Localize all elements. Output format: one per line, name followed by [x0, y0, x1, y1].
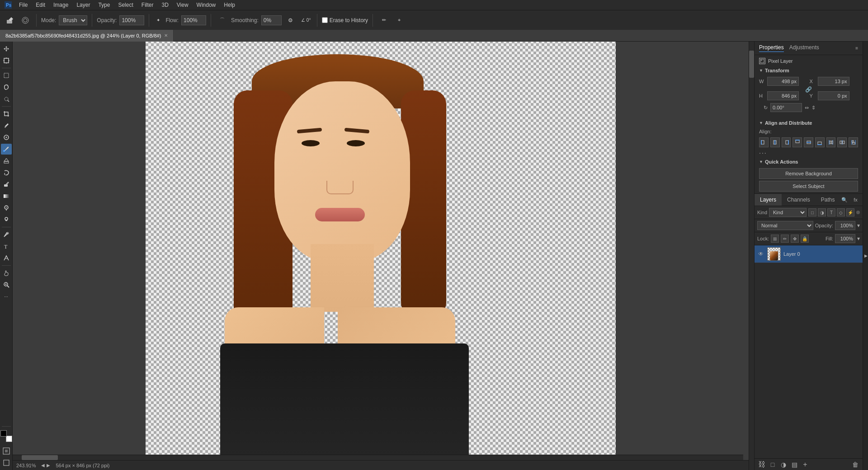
- tab-adjustments[interactable]: Adjustments: [789, 44, 819, 52]
- menu-view[interactable]: View: [173, 1, 192, 9]
- brush-preset-btn[interactable]: [19, 14, 32, 27]
- pen-tool[interactable]: [1, 229, 12, 240]
- erase-history-label[interactable]: Erase to History: [322, 17, 368, 24]
- filter-smart-icon[interactable]: ⚡: [846, 208, 854, 216]
- y-input[interactable]: [818, 91, 849, 100]
- path-select-tool[interactable]: [1, 253, 12, 263]
- document-tab[interactable]: 8a2b6385af57bbc85690fed48431d255.jpg @ 2…: [0, 30, 174, 42]
- canvas-vscroll[interactable]: [749, 42, 754, 470]
- quick-actions-header[interactable]: ▼ Quick Actions: [755, 157, 863, 166]
- flip-h-btn[interactable]: ⇔: [805, 105, 809, 111]
- fill-input[interactable]: [835, 234, 855, 243]
- width-input[interactable]: [767, 77, 799, 86]
- blend-mode-select[interactable]: Normal Multiply Screen Overlay: [757, 221, 813, 230]
- add-adjustment-btn[interactable]: ◑: [779, 460, 788, 469]
- menu-filter[interactable]: Filter: [138, 1, 157, 9]
- lock-artboard-btn[interactable]: ✥: [791, 235, 799, 243]
- extra-tools-btn[interactable]: ···: [1, 291, 12, 302]
- gradient-tool[interactable]: [1, 191, 12, 202]
- color-swatches[interactable]: [0, 430, 12, 442]
- remove-background-btn[interactable]: Remove Background: [759, 168, 858, 179]
- menu-file[interactable]: File: [15, 1, 31, 9]
- angle-btn[interactable]: ∠ 0°: [300, 14, 312, 27]
- menu-type[interactable]: Type: [94, 1, 113, 9]
- filter-text-icon[interactable]: T: [827, 208, 835, 216]
- fill-chevron[interactable]: ▾: [857, 235, 860, 242]
- symmetry-btn[interactable]: ⌖: [393, 14, 406, 27]
- quick-mask-btn[interactable]: [1, 446, 12, 456]
- mode-select[interactable]: Brush Pencil: [59, 15, 87, 25]
- quick-select-tool[interactable]: [1, 94, 12, 104]
- align-right-btn[interactable]: [782, 137, 791, 147]
- heal-tool[interactable]: [1, 132, 12, 143]
- transform-section-header[interactable]: ▼ Transform: [755, 66, 863, 75]
- add-link-btn[interactable]: ⛓: [757, 460, 766, 469]
- delete-layer-btn[interactable]: 🗑: [851, 460, 860, 469]
- flow-input[interactable]: [181, 15, 206, 25]
- nav-prev-btn[interactable]: ◀: [41, 463, 45, 468]
- lock-transparent-btn[interactable]: ⊞: [771, 235, 779, 243]
- zoom-tool[interactable]: [1, 279, 12, 290]
- marquee-tool[interactable]: [1, 70, 12, 81]
- stamp-tool[interactable]: [1, 155, 12, 166]
- hand-tool[interactable]: [1, 268, 12, 278]
- align-section-header[interactable]: ▼ Align and Distribute: [755, 118, 863, 127]
- brush-tool[interactable]: [1, 144, 12, 155]
- opacity-input[interactable]: [835, 221, 855, 230]
- crop-tool[interactable]: [1, 108, 12, 119]
- smoothing-icon[interactable]: ⌒: [216, 14, 228, 27]
- select-subject-btn[interactable]: Select Subject: [759, 181, 858, 192]
- background-color-swatch[interactable]: [6, 436, 12, 442]
- lock-position-btn[interactable]: 🔒: [801, 235, 809, 243]
- smoothing-input[interactable]: [261, 15, 282, 25]
- nav-next-btn[interactable]: ▶: [47, 463, 50, 468]
- layers-search-icon[interactable]: 🔍: [840, 195, 849, 204]
- hscroll-thumb[interactable]: [22, 455, 58, 460]
- menu-3d[interactable]: 3D: [158, 1, 172, 9]
- align-center-h-btn[interactable]: [770, 137, 780, 147]
- eraser-tool[interactable]: [1, 179, 12, 190]
- panel-expand-btn[interactable]: ≡: [855, 46, 858, 51]
- artboard-tool[interactable]: [1, 55, 12, 66]
- layer-item-0[interactable]: 👁 Layer 0: [755, 245, 863, 263]
- tab-layers[interactable]: Layers: [755, 194, 782, 206]
- filter-toggle-dot[interactable]: [856, 211, 860, 214]
- filter-kind-select[interactable]: Kind: [769, 208, 807, 217]
- erase-history-checkbox[interactable]: [322, 17, 328, 23]
- filter-pixel-icon[interactable]: □: [808, 208, 816, 216]
- more-options-btn[interactable]: ···: [755, 148, 863, 157]
- move-tool[interactable]: [1, 43, 12, 54]
- height-input[interactable]: [767, 91, 799, 100]
- eyedropper-tool[interactable]: [1, 120, 12, 131]
- link-wh-icon[interactable]: 🔗: [805, 86, 812, 93]
- menu-layer[interactable]: Layer: [73, 1, 94, 9]
- align-left-btn[interactable]: [759, 137, 769, 147]
- align-bottom-btn[interactable]: [815, 137, 825, 147]
- blur-tool[interactable]: [1, 202, 12, 213]
- opacity-input[interactable]: [119, 15, 144, 25]
- layer-visibility-btn[interactable]: 👁: [757, 250, 764, 258]
- airbrush-btn[interactable]: ✦: [154, 14, 163, 27]
- menu-window[interactable]: Window: [193, 1, 220, 9]
- right-panel-collapse[interactable]: ▶: [863, 42, 868, 470]
- eraser-tool-btn[interactable]: [4, 14, 16, 27]
- menu-select[interactable]: Select: [114, 1, 137, 9]
- history-brush-tool[interactable]: [1, 167, 12, 178]
- filter-shape-icon[interactable]: ◇: [837, 208, 845, 216]
- rotation-input[interactable]: [770, 103, 802, 112]
- align-center-v-btn[interactable]: [804, 137, 813, 147]
- dodge-tool[interactable]: [1, 214, 12, 225]
- lock-image-btn[interactable]: ✏: [781, 235, 789, 243]
- canvas-hscroll[interactable]: [13, 455, 743, 460]
- distribute-left-btn[interactable]: [826, 137, 836, 147]
- tab-paths[interactable]: Paths: [816, 194, 840, 206]
- x-input[interactable]: [818, 77, 849, 86]
- tab-close-btn[interactable]: ✕: [164, 33, 168, 38]
- vscroll-thumb[interactable]: [749, 51, 754, 78]
- stylus-btn[interactable]: ✏: [377, 14, 390, 27]
- lasso-tool[interactable]: [1, 82, 12, 93]
- opacity-chevron[interactable]: ▾: [857, 222, 860, 229]
- foreground-color-swatch[interactable]: [0, 430, 7, 437]
- menu-edit[interactable]: Edit: [32, 1, 49, 9]
- smoothing-settings-btn[interactable]: ⚙: [284, 14, 297, 27]
